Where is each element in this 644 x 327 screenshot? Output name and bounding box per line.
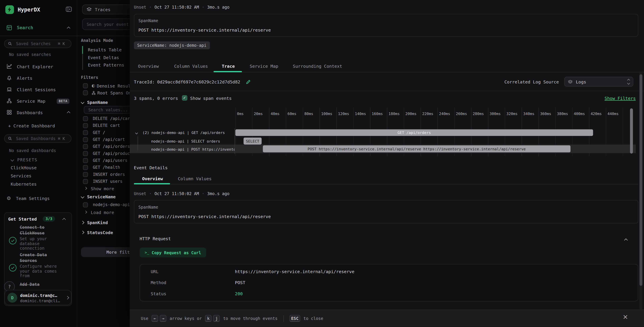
spanname-search-input[interactable] [84,106,130,114]
value-checkbox[interactable] [83,179,88,184]
user-menu[interactable]: D dominic.tran@c… dominic.tran@cli… [4,290,72,305]
filter-value-row[interactable]: GET /health [83,165,120,170]
source-selector-button[interactable]: Traces [82,4,130,14]
span-row-label[interactable]: nodejs-demo-api | SELECT orders [151,138,235,143]
analysis-mode-event-deltas[interactable]: Event Deltas [88,55,119,60]
tab-overview[interactable]: Overview [138,64,159,68]
denoise-checkbox[interactable] [83,83,88,88]
chevron-right-icon [66,296,69,300]
load-more-button[interactable]: Load more [85,210,114,215]
analysis-mode-event-patterns[interactable]: Event Patterns [88,62,124,68]
filter-group-spanname[interactable]: SpanName [81,99,108,105]
sidebar-item-alerts[interactable]: Alerts [6,75,32,81]
chevron-up-icon[interactable] [67,26,70,30]
show-more-button[interactable]: Show more [85,186,114,191]
filter-value-row[interactable]: DELETE cart [83,123,120,128]
filter-value-row[interactable]: nodejs-demo-api [83,202,130,208]
get-started-item-title[interactable]: Connect to ClickHouse [20,225,66,236]
gear-icon: ⚙ [6,195,11,201]
waterfall-scrollbar[interactable] [630,108,633,154]
root-spans-checkbox[interactable] [83,90,88,95]
footer-close-text: to close [304,316,323,321]
value-checkbox[interactable] [83,165,88,170]
shortcut-footer: Use ← → arrow keys or k j to move throug… [130,310,644,327]
preset-kubernetes[interactable]: Kubernetes [11,182,37,186]
http-status-value[interactable]: 200 [235,291,243,296]
filter-root-spans-row[interactable]: Root Spans Only [83,90,130,95]
copy-curl-button[interactable]: >_ Copy Request as Curl [140,248,206,258]
filter-denoise-row[interactable]: ◐ Denoise Results [83,83,130,88]
analysis-mode-results-table[interactable]: Results Table [88,47,122,52]
sidebar-item-label: Team Settings [16,196,50,200]
tab-trace[interactable]: Trace [222,64,235,68]
value-checkbox[interactable] [83,158,88,163]
waterfall-chart: 0ms 20ms 40ms 60ms 80ms 100ms 120ms 140m… [130,105,644,156]
get-started-item-title[interactable]: Add Data [20,282,66,287]
show-span-events-checkbox[interactable]: ✓ [182,95,187,101]
filter-value-row[interactable]: DELETE /api/cart [83,116,130,121]
value-checkbox[interactable] [83,172,88,177]
tab-ed-overview[interactable]: Overview [142,176,163,181]
log-source-select[interactable]: Logs [564,77,633,87]
filter-group-spankind[interactable]: SpanKind [81,220,108,225]
sidebar-item-service-map[interactable]: Service Map [6,98,46,104]
dashboards-grid-icon [6,110,12,115]
collapse-section-icon[interactable] [624,238,628,242]
sidebar-item-team-settings[interactable]: ⚙ Team Settings [6,195,50,201]
show-span-events-label[interactable]: Show span events [190,96,232,100]
span-bar-select-orders[interactable]: SELECT [244,138,262,144]
more-filters-button[interactable]: More filters [81,247,130,257]
create-dashboard-button[interactable]: + Create Dashboard [8,123,55,128]
filter-value-row[interactable]: GET /api/users [83,158,128,163]
preset-services[interactable]: Services [11,173,32,178]
value-checkbox[interactable] [83,144,88,149]
event-search-input[interactable] [82,18,130,30]
http-row-value[interactable]: https://inventory-service.internal/api/r… [235,269,354,274]
chevron-right-icon [84,210,87,214]
filter-group-statuscode[interactable]: StatusCode [81,230,113,235]
value-checkbox[interactable] [83,116,88,121]
chevron-down-icon [135,131,138,134]
span-row-label[interactable]: (2) nodejs-demo-api | GET /api/orders [136,130,225,135]
panel-scrollbar-thumb[interactable] [640,74,642,286]
filter-value-row[interactable]: INSERT users [83,179,122,184]
edit-pencil-icon[interactable] [246,80,250,84]
shortcut-hint: ⌘ K [58,42,65,46]
chevron-up-icon[interactable] [67,111,70,115]
value-checkbox[interactable] [83,202,88,207]
span-bar-post-reserve[interactable]: POST https://inventory-service.internal/… [263,146,570,152]
sidebar-item-chart-explorer[interactable]: Chart Explorer [6,63,53,69]
span-bar-get-orders[interactable]: GET /api/orders [235,130,593,136]
filter-value-row[interactable]: GET /api/products [83,151,130,156]
value-checkbox[interactable] [83,130,88,135]
span-row-label[interactable]: nodejs-demo-api | POST https://inventory… [151,146,235,152]
tab-surrounding-context[interactable]: Surrounding Context [293,64,342,68]
http-row-value[interactable]: POST [235,280,245,285]
sidebar-item-dashboards[interactable]: Dashboards [6,109,43,115]
sidebar-collapse-icon[interactable] [66,6,72,12]
filters-title: Filters [81,75,98,80]
filter-value-row[interactable]: GET / [83,130,105,135]
sidebar-item-client-sessions[interactable]: Client Sessions [6,86,56,92]
value-checkbox[interactable] [83,137,88,142]
value-checkbox[interactable] [83,151,88,156]
span-bar-label: GET /api/orders [398,130,431,134]
preset-clickhouse[interactable]: ClickHouse [11,165,37,170]
filter-value-row[interactable]: GET /api/cart [83,137,125,142]
service-tag[interactable]: ServiceName: nodejs-demo-api [134,42,210,49]
sidebar-item-search[interactable]: Search [6,24,33,31]
show-filters-link[interactable]: Show Filters [605,96,636,100]
divider [130,91,644,91]
filter-value-row[interactable]: GET /api/orders [83,144,130,149]
get-started-item-title[interactable]: Create Data Sources [20,252,66,263]
tab-column-values[interactable]: Column Values [174,64,208,68]
filter-group-servicename[interactable]: ServiceName [81,194,116,199]
presets-header[interactable]: PRESETS [11,157,38,162]
tab-ed-column-values[interactable]: Column Values [178,176,212,181]
value-checkbox[interactable] [83,123,88,128]
span-label-text: (2) nodejs-demo-api | GET /api/orders [142,130,225,134]
tab-service-map[interactable]: Service Map [250,64,278,68]
filter-value-row[interactable]: INSERT orders [83,172,125,177]
close-icon[interactable]: × [623,314,628,320]
separator: · [149,5,152,9]
